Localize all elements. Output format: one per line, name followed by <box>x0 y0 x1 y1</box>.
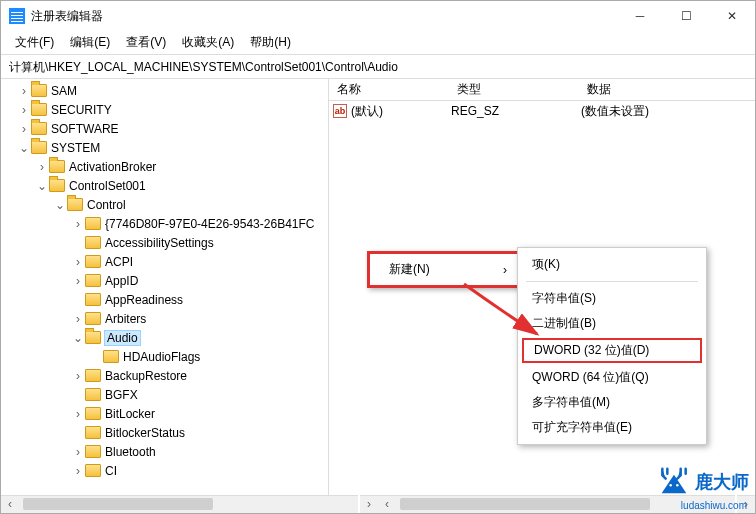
tree-acpi[interactable]: ›ACPI <box>1 252 328 271</box>
chevron-down-icon[interactable]: ⌄ <box>35 179 49 193</box>
menu-string[interactable]: 字符串值(S) <box>518 286 706 311</box>
string-value-icon: ab <box>333 104 347 118</box>
window-controls: ─ ☐ ✕ <box>617 1 755 31</box>
menu-favorites[interactable]: 收藏夹(A) <box>174 32 242 53</box>
tree-scrollbar[interactable] <box>19 495 358 513</box>
tree-ci[interactable]: ›CI <box>1 461 328 480</box>
context-menu-new: 新建(N)› <box>367 251 533 288</box>
tree-activationbroker[interactable]: ›ActivationBroker <box>1 157 328 176</box>
deer-logo-icon <box>657 467 691 497</box>
col-type[interactable]: 类型 <box>449 79 579 100</box>
menu-expand[interactable]: 可扩充字符串值(E) <box>518 415 706 440</box>
watermark: 鹿大师 <box>657 467 749 497</box>
menu-edit[interactable]: 编辑(E) <box>62 32 118 53</box>
tree-appreadiness[interactable]: AppReadiness <box>1 290 328 309</box>
chevron-right-icon[interactable]: › <box>35 160 49 174</box>
window-title: 注册表编辑器 <box>31 8 617 25</box>
menu-multi[interactable]: 多字符串值(M) <box>518 390 706 415</box>
svg-point-0 <box>669 484 672 487</box>
menu-view[interactable]: 查看(V) <box>118 32 174 53</box>
tree-software[interactable]: ›SOFTWARE <box>1 119 328 138</box>
col-name[interactable]: 名称 <box>329 79 449 100</box>
chevron-right-icon[interactable]: › <box>71 312 85 326</box>
chevron-right-icon: › <box>503 263 507 277</box>
chevron-right-icon[interactable]: › <box>71 464 85 478</box>
chevron-down-icon[interactable]: ⌄ <box>71 331 85 345</box>
tree-bitlocker[interactable]: ›BitLocker <box>1 404 328 423</box>
tree-security[interactable]: ›SECURITY <box>1 100 328 119</box>
menu-binary[interactable]: 二进制值(B) <box>518 311 706 336</box>
chevron-right-icon[interactable]: › <box>17 84 31 98</box>
menu-qword[interactable]: QWORD (64 位)值(Q) <box>518 365 706 390</box>
chevron-right-icon[interactable]: › <box>17 122 31 136</box>
row-type: REG_SZ <box>451 104 581 118</box>
menu-dword[interactable]: DWORD (32 位)值(D) <box>522 338 702 363</box>
chevron-right-icon[interactable]: › <box>71 217 85 231</box>
menu-help[interactable]: 帮助(H) <box>242 32 299 53</box>
tree-hdaudioflags[interactable]: HDAudioFlags <box>1 347 328 366</box>
chevron-down-icon[interactable]: ⌄ <box>17 141 31 155</box>
tree-bitlockerstatus[interactable]: BitlockerStatus <box>1 423 328 442</box>
tree-system[interactable]: ⌄SYSTEM <box>1 138 328 157</box>
tree-sam[interactable]: ›SAM <box>1 81 328 100</box>
scroll-right-button[interactable]: › <box>360 495 378 513</box>
tree-controlset001[interactable]: ⌄ControlSet001 <box>1 176 328 195</box>
tree-arbiters[interactable]: ›Arbiters <box>1 309 328 328</box>
svg-point-1 <box>676 484 679 487</box>
tree-bgfx[interactable]: BGFX <box>1 385 328 404</box>
chevron-down-icon[interactable]: ⌄ <box>53 198 67 212</box>
row-data: (数值未设置) <box>581 103 649 120</box>
chevron-right-icon[interactable]: › <box>71 255 85 269</box>
horizontal-scrollbars: ‹ › ‹ › <box>1 495 755 513</box>
address-bar[interactable]: 计算机\HKEY_LOCAL_MACHINE\SYSTEM\ControlSet… <box>1 55 755 79</box>
tree-audio[interactable]: ⌄Audio <box>1 328 328 347</box>
tree-backuprestore[interactable]: ›BackupRestore <box>1 366 328 385</box>
tree-appid[interactable]: ›AppID <box>1 271 328 290</box>
chevron-right-icon[interactable]: › <box>17 103 31 117</box>
close-button[interactable]: ✕ <box>709 1 755 31</box>
menu-key[interactable]: 项(K) <box>518 252 706 277</box>
menubar: 文件(F) 编辑(E) 查看(V) 收藏夹(A) 帮助(H) <box>1 31 755 55</box>
list-header: 名称 类型 数据 <box>329 79 755 101</box>
scroll-left-button[interactable]: ‹ <box>1 495 19 513</box>
titlebar: 注册表编辑器 ─ ☐ ✕ <box>1 1 755 31</box>
tree-accessibility[interactable]: AccessibilitySettings <box>1 233 328 252</box>
scroll-left-button[interactable]: ‹ <box>378 495 396 513</box>
chevron-right-icon[interactable]: › <box>71 369 85 383</box>
chevron-right-icon[interactable]: › <box>71 274 85 288</box>
list-view[interactable]: 名称 类型 数据 ab (默认) REG_SZ (数值未设置) 新建(N)› 项… <box>329 79 755 495</box>
col-data[interactable]: 数据 <box>579 79 755 100</box>
tree-guid[interactable]: ›{7746D80F-97E0-4E26-9543-26B41FC <box>1 214 328 233</box>
chevron-right-icon[interactable]: › <box>71 445 85 459</box>
tree-view[interactable]: ›SAM ›SECURITY ›SOFTWARE ⌄SYSTEM ›Activa… <box>1 79 329 495</box>
watermark-url: ludashiwu.com <box>681 500 747 511</box>
tree-bluetooth[interactable]: ›Bluetooth <box>1 442 328 461</box>
tree-control[interactable]: ⌄Control <box>1 195 328 214</box>
maximize-button[interactable]: ☐ <box>663 1 709 31</box>
list-row[interactable]: ab (默认) REG_SZ (数值未设置) <box>329 101 755 121</box>
menu-file[interactable]: 文件(F) <box>7 32 62 53</box>
minimize-button[interactable]: ─ <box>617 1 663 31</box>
chevron-right-icon[interactable]: › <box>71 407 85 421</box>
context-submenu: 项(K) 字符串值(S) 二进制值(B) DWORD (32 位)值(D) QW… <box>517 247 707 445</box>
row-name: (默认) <box>351 103 451 120</box>
watermark-brand: 鹿大师 <box>695 470 749 494</box>
menu-new[interactable]: 新建(N)› <box>373 257 527 282</box>
main-area: ›SAM ›SECURITY ›SOFTWARE ⌄SYSTEM ›Activa… <box>1 79 755 495</box>
regedit-icon <box>9 8 25 24</box>
